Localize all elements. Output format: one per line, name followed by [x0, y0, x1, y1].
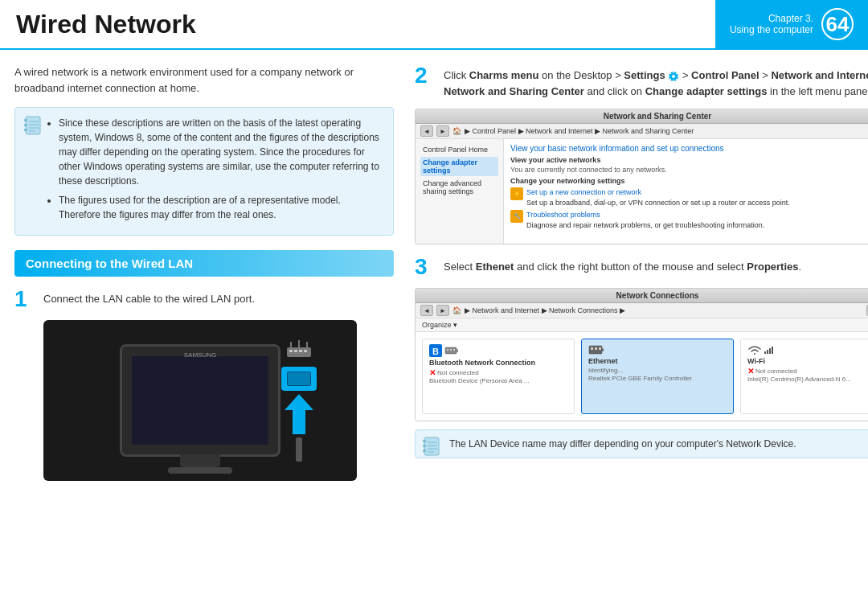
nc-organize-bar: Organize ▾	[416, 318, 868, 332]
active-networks-label: View your active networks	[510, 156, 868, 164]
svg-text:B: B	[432, 347, 439, 356]
svg-rect-29	[599, 347, 601, 350]
toolbar-path: ▶ Control Panel ▶ Network and Internet ▶…	[465, 127, 694, 135]
wifi-title: Wi-Fi	[747, 357, 868, 365]
wifi-status-row: ✕ Not connected	[747, 367, 868, 376]
change-adapter-label: Change adapter settings	[645, 85, 768, 97]
ethernet-label: Ethenet	[476, 261, 514, 273]
step-1-number: 1	[14, 288, 37, 310]
setup-connection-text: Set up a new connection or network Set u…	[526, 187, 790, 207]
info-item-1: Since these descriptions are written on …	[59, 116, 382, 188]
step-3-text: Select Ethenet and click the right butto…	[444, 256, 801, 275]
info-item-2: The figures used for the description are…	[59, 193, 382, 222]
lan-cable	[296, 437, 302, 462]
network-settings-label: Change your networking settings	[510, 177, 868, 185]
svg-rect-23	[447, 349, 448, 351]
eth-title: Ethernet	[588, 357, 727, 365]
eth-desc: Realtek PCIe GBE Family Controller	[588, 375, 727, 382]
net-conn-toolbar: ◄ ► 🏠 ▶ Network and Internet ▶ Network C…	[416, 303, 868, 318]
win-body-nsc: Control Panel Home Change adapter settin…	[416, 139, 868, 244]
ethernet-item: Ethernet Identifying... Realtek PCIe GBE…	[581, 339, 734, 414]
svg-point-18	[672, 75, 675, 78]
nc-body: B Bluetooth Network Connection ✕	[416, 332, 868, 421]
step-1: 1 Connect the LAN cable to the wired LAN…	[14, 288, 394, 310]
bluetooth-icon: B	[429, 344, 442, 357]
network-connections-screenshot: Network Connections ◄ ► 🏠 ▶ Network and …	[415, 288, 868, 421]
forward-btn[interactable]: ►	[436, 125, 449, 137]
bluetooth-item: B Bluetooth Network Connection ✕	[422, 339, 575, 414]
svg-rect-3	[24, 129, 27, 131]
svg-rect-24	[450, 349, 452, 351]
net-conn-titlebar: Network Connections	[416, 289, 868, 303]
network-internet-label: Network and Internet	[771, 69, 868, 81]
ethernet-icon	[588, 344, 604, 355]
signal-bars	[764, 346, 773, 354]
settings-icon	[668, 71, 679, 82]
svg-rect-11	[299, 350, 302, 352]
properties-label: Properties	[747, 261, 798, 273]
win-content-nsc: View your basic network information and …	[504, 139, 868, 244]
eth-header-row	[588, 344, 727, 355]
main-content: A wired network is a network environment…	[0, 50, 868, 614]
nc-back-btn[interactable]: ◄	[420, 305, 433, 316]
win-toolbar-nsc: ◄ ► 🏠 ▶ Control Panel ▶ Network and Inte…	[416, 124, 868, 139]
network-adapter-icon	[444, 345, 459, 356]
svg-rect-28	[595, 347, 597, 350]
page-number: 64	[821, 8, 854, 40]
note-icon	[23, 116, 44, 137]
svg-rect-10	[294, 350, 297, 352]
sidebar-advanced-sharing[interactable]: Change advanced sharing settings	[420, 178, 498, 197]
up-arrow-icon	[285, 394, 313, 434]
sidebar-change-adapter[interactable]: Change adapter settings	[420, 157, 498, 176]
bt-header-row: B	[429, 344, 567, 357]
step-2-text: Click Charms menu on the Desktop > Setti…	[444, 64, 868, 99]
monitor-base	[168, 467, 232, 474]
monitor: SAMSUNG	[120, 344, 280, 457]
page-title: Wired Network	[0, 0, 715, 48]
lan-image: SAMSUNG	[43, 320, 357, 481]
wifi-header-row	[747, 344, 868, 355]
section-heading: Connecting to the Wired LAN	[14, 250, 394, 277]
chapter-info: Chapter 3. Using the computer 64	[715, 0, 868, 48]
troubleshoot-row: 🔧 Troubleshoot problems Diagnose and rep…	[510, 210, 868, 230]
organize-label[interactable]: Organize ▾	[422, 321, 457, 329]
note-icon-bottom	[422, 437, 443, 458]
win-titlebar-nsc: Network and Sharing Center	[416, 109, 868, 124]
setup-icon: ⚡	[510, 187, 523, 200]
bt-title: Bluetooth Network Connection	[429, 359, 567, 367]
nc-path: ▶ Network and Internet ▶ Network Connect…	[465, 306, 625, 314]
bt-status-row: ✕ Not connected	[429, 368, 567, 377]
sidebar-control-panel-home[interactable]: Control Panel Home	[420, 144, 498, 155]
setup-desc: Set up a broadband, dial-up, or VPN conn…	[526, 199, 790, 207]
svg-rect-0	[26, 117, 40, 134]
back-btn[interactable]: ◄	[420, 125, 433, 137]
right-column: 2 Click Charms menu on the Desktop > Set…	[408, 64, 868, 606]
troubleshoot-link[interactable]: Troubleshoot problems	[526, 211, 600, 219]
bottom-note-text: The LAN Device name may differ depending…	[449, 438, 796, 450]
chapter-label: Chapter 3.	[768, 13, 813, 24]
svg-marker-16	[285, 394, 313, 434]
svg-rect-32	[423, 440, 426, 442]
svg-rect-12	[304, 350, 307, 352]
network-hub-icon	[283, 339, 315, 363]
chapter-sub: Using the computer	[730, 24, 813, 35]
troubleshoot-desc: Diagnose and repair network problems, or…	[526, 221, 764, 229]
step-2-number: 2	[415, 64, 437, 87]
svg-rect-30	[602, 348, 604, 351]
samsung-label: SAMSUNG	[184, 351, 216, 359]
svg-rect-33	[423, 445, 426, 447]
troubleshoot-text: Troubleshoot problems Diagnose and repai…	[526, 210, 764, 230]
home-icon-small: 🏠	[452, 127, 461, 135]
nc-home-icon: 🏠	[452, 306, 461, 314]
nc-forward-btn[interactable]: ►	[436, 305, 449, 316]
svg-rect-1	[24, 119, 27, 121]
step-1-text: Connect the LAN cable to the wired LAN p…	[43, 288, 255, 307]
charms-menu-label: Charms menu	[469, 69, 539, 81]
step-2: 2 Click Charms menu on the Desktop > Set…	[415, 64, 868, 99]
bt-status: Not connected	[437, 369, 479, 376]
setup-link[interactable]: Set up a new connection or network	[526, 188, 641, 196]
info-list: Since these descriptions are written on …	[51, 116, 382, 222]
setup-connection-row: ⚡ Set up a new connection or network Set…	[510, 187, 868, 207]
no-connection-text: You are currently not connected to any n…	[510, 166, 868, 174]
eth-status: Identifying...	[588, 367, 727, 374]
